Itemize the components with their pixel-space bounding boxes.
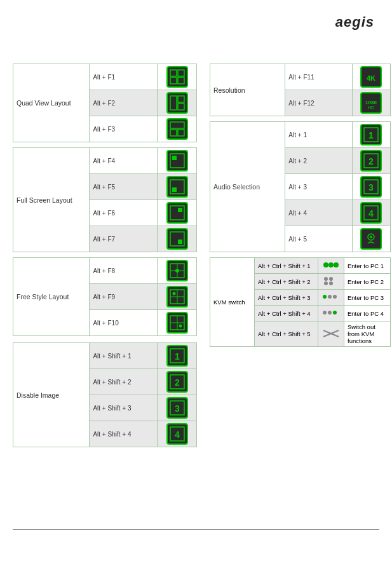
key-alt-f10: Alt + F10 [90, 310, 158, 336]
svg-point-53 [334, 262, 339, 267]
svg-point-60 [333, 295, 337, 299]
svg-text:2: 2 [175, 377, 180, 388]
icon-full-f5 [158, 174, 197, 200]
kvm-icon-1 [318, 258, 344, 274]
key-alt-f8: Alt + F8 [90, 258, 158, 284]
svg-point-50 [370, 236, 372, 238]
disable-image-table: Disable Image Alt + Shift + 1 1 Alt + Sh… [13, 342, 197, 447]
svg-rect-2 [170, 78, 177, 84]
svg-rect-17 [178, 240, 182, 244]
key-shift-2: Alt + Shift + 2 [90, 369, 158, 395]
full-screen-label: Full Screen Layout [13, 148, 90, 252]
audio-selection-table: Audio Selection Alt + 1 1 Alt + 2 [210, 121, 391, 252]
svg-text:HD: HD [368, 105, 374, 110]
icon-audio-2: 2 [352, 148, 391, 174]
svg-text:3: 3 [368, 182, 374, 193]
svg-rect-0 [170, 70, 177, 76]
svg-text:3: 3 [175, 403, 180, 414]
kvm-icon-2 [318, 274, 344, 290]
svg-rect-4 [170, 96, 177, 110]
svg-text:1: 1 [175, 351, 180, 362]
icon-audio-5 [352, 226, 391, 252]
icon-res-4k: 4K [352, 64, 391, 90]
icon-disable-4: 4 [158, 421, 197, 447]
svg-text:4: 4 [368, 208, 374, 219]
svg-rect-11 [172, 156, 177, 160]
disable-image-label: Disable Image [13, 343, 90, 447]
kvm-desc-2: Enter to PC 2 [344, 274, 391, 290]
kvm-desc-1: Enter to PC 1 [344, 258, 391, 274]
icon-free-f9 [158, 284, 197, 310]
kvm-key-2: Alt + Ctrl + Shift + 2 [255, 274, 318, 290]
key-alt-f6: Alt + F6 [90, 200, 158, 226]
quad-view-table: Quad View Layout Alt + F1 Alt + F2 [13, 64, 197, 142]
key-alt-3: Alt + 3 [285, 174, 352, 200]
icon-audio-1: 1 [352, 122, 391, 148]
svg-text:4K: 4K [367, 74, 375, 82]
svg-point-21 [175, 269, 179, 273]
key-shift-4: Alt + Shift + 4 [90, 421, 158, 447]
svg-point-51 [323, 262, 328, 267]
key-alt-f9: Alt + F9 [90, 284, 158, 310]
svg-point-25 [172, 292, 175, 295]
key-shift-3: Alt + Shift + 3 [90, 395, 158, 421]
kvm-icon-5 [318, 321, 344, 347]
icon-full-f4 [158, 148, 197, 174]
svg-point-57 [329, 281, 333, 285]
icon-free-f10 [158, 310, 197, 336]
kvm-desc-3: Enter to PC 3 [344, 290, 391, 306]
svg-point-29 [179, 325, 182, 328]
kvm-icon-3 [318, 290, 344, 306]
icon-disable-3: 3 [158, 395, 197, 421]
key-alt-2: Alt + 2 [285, 148, 352, 174]
key-alt-f4: Alt + F4 [90, 148, 158, 174]
right-panel: Resolution Alt + F11 4K Alt + F12 1080 [210, 64, 391, 347]
kvm-key-1: Alt + Ctrl + Shift + 1 [255, 258, 318, 274]
key-alt-f7: Alt + F7 [90, 226, 158, 252]
svg-point-59 [328, 295, 332, 299]
svg-rect-1 [178, 70, 184, 76]
key-alt-f2: Alt + F2 [90, 90, 158, 116]
svg-rect-8 [170, 130, 177, 136]
key-alt-f5: Alt + F5 [90, 174, 158, 200]
svg-point-61 [323, 311, 327, 314]
kvm-key-5: Alt + Ctrl + Shift + 5 [255, 321, 318, 347]
quad-view-label: Quad View Layout [13, 64, 90, 142]
kvm-key-4: Alt + Ctrl + Shift + 4 [255, 306, 318, 321]
icon-free-f8 [158, 258, 197, 284]
kvm-switch-table: KVM switch Alt + Ctrl + Shift + 1 Enter … [210, 257, 391, 347]
svg-point-54 [324, 277, 328, 281]
key-alt-4: Alt + 4 [285, 200, 352, 226]
svg-rect-3 [178, 78, 184, 84]
svg-point-55 [329, 277, 333, 281]
icon-disable-2: 2 [158, 369, 197, 395]
icon-quad-f1 [158, 64, 197, 90]
svg-rect-7 [170, 122, 184, 128]
key-shift-1: Alt + Shift + 1 [90, 343, 158, 369]
icon-audio-4: 4 [352, 200, 391, 226]
icon-full-f7 [158, 226, 197, 252]
kvm-desc-4: Enter to PC 4 [344, 306, 391, 321]
svg-text:2: 2 [368, 156, 374, 166]
kvm-desc-5: Switch out from KVM functions [344, 321, 391, 347]
resolution-table: Resolution Alt + F11 4K Alt + F12 1080 [210, 64, 391, 116]
free-style-table: Free Style Layout Alt + F8 Alt + F9 [13, 257, 197, 336]
full-screen-table: Full Screen Layout Alt + F4 Alt + F5 [13, 147, 197, 252]
icon-res-1080: 1080 HD [352, 90, 391, 116]
key-alt-1: Alt + 1 [285, 122, 352, 148]
key-alt-5: Alt + 5 [285, 226, 352, 252]
key-alt-f11: Alt + F11 [285, 64, 352, 90]
icon-disable-1: 1 [158, 343, 197, 369]
svg-point-56 [324, 281, 328, 285]
icon-full-f6 [158, 200, 197, 226]
svg-point-52 [328, 262, 334, 267]
svg-point-63 [333, 311, 337, 314]
audio-selection-label: Audio Selection [210, 122, 285, 252]
icon-quad-f2 [158, 90, 197, 116]
kvm-key-3: Alt + Ctrl + Shift + 3 [255, 290, 318, 306]
icon-audio-3: 3 [352, 174, 391, 200]
svg-rect-13 [172, 187, 177, 192]
kvm-icon-4 [318, 306, 344, 321]
icon-quad-f3 [158, 116, 197, 142]
svg-point-62 [328, 311, 332, 314]
